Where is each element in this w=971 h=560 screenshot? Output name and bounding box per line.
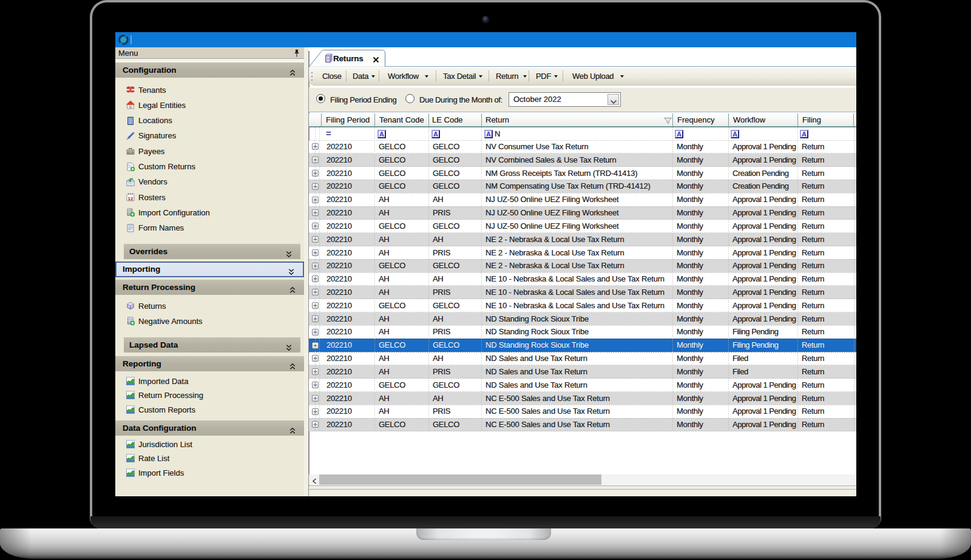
svg-text:12: 12 xyxy=(128,196,134,201)
